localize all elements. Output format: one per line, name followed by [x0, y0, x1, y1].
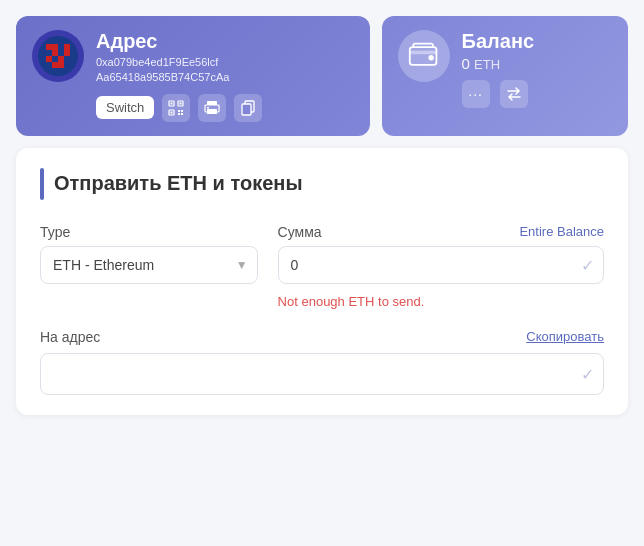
- balance-card-info: Баланс 0 ETH ···: [462, 30, 612, 108]
- address-card-title: Адрес: [96, 30, 354, 53]
- wallet-icon: [408, 40, 440, 72]
- svg-rect-4: [46, 50, 52, 56]
- svg-rect-23: [181, 110, 183, 112]
- amount-label: Сумма: [278, 224, 322, 240]
- svg-rect-21: [171, 111, 173, 113]
- amount-input[interactable]: [278, 246, 604, 284]
- type-select[interactable]: ETH - Ethereum: [40, 246, 258, 284]
- form-row-type-amount: Type ETH - Ethereum ▼ Сумма Entire Balan…: [40, 224, 604, 309]
- address-label-row: На адрес Скопировать: [40, 329, 604, 345]
- svg-rect-24: [178, 113, 180, 115]
- svg-rect-31: [242, 104, 251, 115]
- svg-rect-2: [52, 44, 58, 50]
- type-label: Type: [40, 224, 258, 240]
- qr-code-icon: [168, 100, 184, 116]
- switch-button[interactable]: Switch: [96, 96, 154, 119]
- svg-rect-5: [52, 50, 58, 56]
- svg-rect-11: [64, 56, 70, 62]
- address-card-actions: Switch: [96, 94, 354, 122]
- balance-card-title: Баланс: [462, 30, 612, 53]
- svg-rect-6: [58, 50, 64, 56]
- svg-rect-33: [409, 51, 436, 55]
- svg-rect-13: [52, 62, 58, 68]
- address-check-icon: ✓: [581, 364, 594, 383]
- section-header: Отправить ETH и токены: [40, 168, 604, 200]
- section-title: Отправить ETH и токены: [54, 172, 302, 195]
- address-card: Адрес 0xa079be4ed1F9Ee56lcf Aa65418a9585…: [16, 16, 370, 136]
- address-input[interactable]: [40, 353, 604, 395]
- qr-code-button[interactable]: [162, 94, 190, 122]
- copy-address-link[interactable]: Скопировать: [526, 329, 604, 344]
- svg-rect-17: [171, 102, 173, 104]
- svg-rect-10: [58, 56, 64, 62]
- svg-rect-9: [52, 56, 58, 62]
- balance-actions: ···: [462, 80, 612, 108]
- balance-currency: ETH: [474, 57, 500, 72]
- address-row: На адрес Скопировать ✓: [40, 329, 604, 395]
- address-card-info: Адрес 0xa079be4ed1F9Ee56lcf Aa65418a9585…: [96, 30, 354, 122]
- svg-rect-14: [58, 62, 64, 68]
- copy-button[interactable]: [234, 94, 262, 122]
- svg-rect-8: [46, 56, 52, 62]
- entire-balance-link[interactable]: Entire Balance: [519, 224, 604, 239]
- print-button[interactable]: [198, 94, 226, 122]
- svg-rect-7: [64, 50, 70, 56]
- svg-rect-25: [181, 113, 183, 115]
- section-accent: [40, 168, 44, 200]
- swap-icon: [506, 86, 522, 102]
- main-section: Отправить ETH и токены Type ETH - Ethere…: [16, 148, 628, 415]
- wallet-icon-wrap: [398, 30, 450, 82]
- balance-card: Баланс 0 ETH ···: [382, 16, 628, 136]
- amount-group: Сумма Entire Balance ✓ Not enough ETH to…: [278, 224, 604, 309]
- amount-label-row: Сумма Entire Balance: [278, 224, 604, 240]
- svg-point-34: [428, 55, 433, 60]
- svg-rect-19: [180, 102, 182, 104]
- svg-rect-22: [178, 110, 180, 112]
- svg-rect-28: [207, 109, 217, 114]
- swap-button[interactable]: [500, 80, 528, 108]
- balance-amount: 0 ETH: [462, 55, 612, 72]
- error-message: Not enough ETH to send.: [278, 294, 604, 309]
- more-icon: ···: [468, 86, 483, 102]
- address-input-wrapper: ✓: [40, 353, 604, 395]
- avatar: [32, 30, 84, 82]
- svg-rect-12: [46, 62, 52, 68]
- address-text: 0xa079be4ed1F9Ee56lcf Aa65418a9585B74C57…: [96, 55, 354, 86]
- check-icon: ✓: [581, 255, 594, 274]
- copy-icon: [240, 100, 256, 116]
- more-button[interactable]: ···: [462, 80, 490, 108]
- svg-rect-3: [64, 44, 70, 50]
- svg-rect-29: [207, 107, 209, 109]
- print-icon: [204, 100, 220, 116]
- svg-rect-15: [64, 62, 70, 68]
- top-section: Адрес 0xa079be4ed1F9Ee56lcf Aa65418a9585…: [0, 0, 644, 148]
- address-label: На адрес: [40, 329, 100, 345]
- type-group: Type ETH - Ethereum ▼: [40, 224, 258, 284]
- amount-input-wrapper: ✓: [278, 246, 604, 284]
- type-select-wrapper: ETH - Ethereum ▼: [40, 246, 258, 284]
- svg-rect-1: [46, 44, 52, 50]
